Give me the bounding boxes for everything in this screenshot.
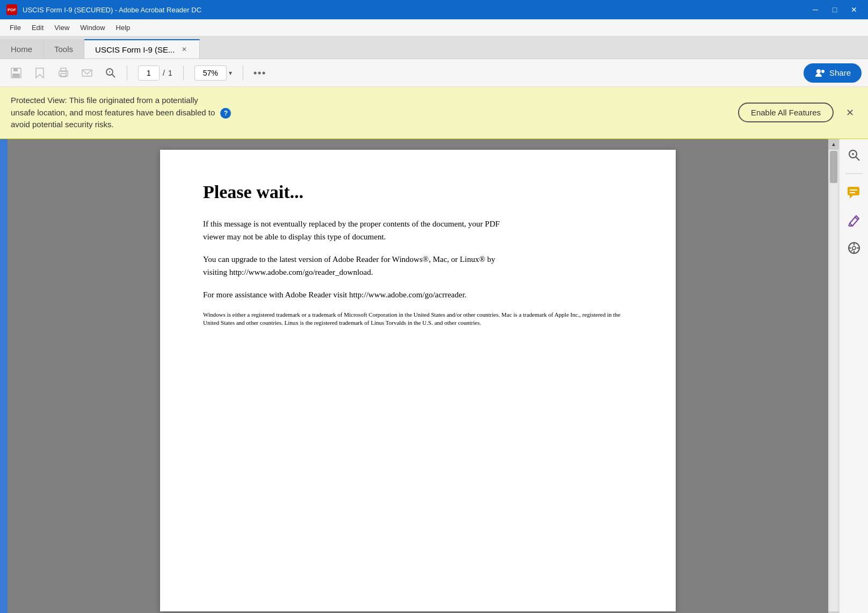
right-sidebar [839,139,868,614]
zoom-dropdown-button[interactable]: ▾ [229,69,232,77]
banner-close-button[interactable]: ✕ [842,105,857,120]
menu-window[interactable]: Window [75,21,110,34]
tab-bar: Home Tools USCIS Form I-9 (SE... ✕ [0,37,868,59]
page-total: 1 [168,69,172,77]
svg-marker-25 [850,195,853,199]
enable-all-features-button[interactable]: Enable All Features [738,103,834,122]
svg-point-36 [852,246,856,250]
maximize-button[interactable]: □ [827,4,842,15]
info-icon[interactable]: ? [220,108,231,119]
svg-point-7 [66,72,67,73]
tab-home[interactable]: Home [0,39,44,59]
pdf-heading: Please wait... [203,182,633,202]
sidebar-edit-icon[interactable] [844,210,864,230]
sidebar-separator [845,173,863,174]
svg-rect-2 [12,74,20,77]
pdf-para-2: You can upgrade to the latest version of… [203,253,633,279]
toolbar-separator [127,65,127,81]
menu-file[interactable]: File [4,21,26,34]
close-button[interactable]: ✕ [847,4,862,15]
toolbar-separator-2 [183,65,184,81]
more-options-button[interactable] [250,63,269,83]
minimize-button[interactable]: ─ [808,4,823,15]
page-navigation: / 1 [138,65,172,81]
svg-point-15 [258,71,261,74]
toolbar-separator-3 [243,65,243,81]
pdf-body: If this message is not eventually replac… [203,217,633,327]
app-icon: PDF [6,4,17,15]
protected-view-text: Protected View: This file originated fro… [11,94,729,131]
share-label: Share [829,68,851,77]
menu-bar: File Edit View Window Help [0,19,868,37]
window-controls: ─ □ ✕ [808,4,862,15]
scroll-down-button[interactable]: ▼ [828,611,839,614]
svg-line-21 [856,157,859,160]
share-button[interactable]: + Share [804,63,862,83]
scroll-track[interactable] [830,150,837,611]
print-button[interactable] [54,63,73,83]
svg-point-17 [816,69,821,74]
pdf-para-4: Windows is either a registered trademark… [203,311,633,327]
tab-document[interactable]: USCIS Form I-9 (SE... ✕ [84,39,200,59]
toolbar: / 1 ▾ + Share [0,59,868,87]
menu-help[interactable]: Help [111,21,136,34]
svg-rect-1 [13,68,18,71]
title-bar: PDF USCIS Form I-9 (SECURED) - Adobe Acr… [0,0,868,19]
page-number-input[interactable] [138,65,160,81]
save-button[interactable] [6,63,26,83]
svg-line-10 [112,74,115,77]
pdf-page: Please wait... If this message is not ev… [160,150,676,611]
left-accent-panel [0,139,8,614]
svg-point-16 [262,71,265,74]
svg-marker-3 [36,68,44,78]
scrollbar[interactable]: ▲ ▼ [828,139,839,614]
bookmark-button[interactable] [30,63,49,83]
pdf-viewport[interactable]: Please wait... If this message is not ev… [8,139,828,614]
svg-text:+: + [821,69,824,74]
svg-rect-24 [848,187,859,195]
page-separator: / [163,69,165,77]
protected-view-banner: Protected View: This file originated fro… [0,87,868,139]
sidebar-tools-icon[interactable] [844,238,864,258]
email-button[interactable] [77,63,97,83]
tab-tools[interactable]: Tools [44,39,84,59]
menu-edit[interactable]: Edit [26,21,49,34]
menu-view[interactable]: View [49,21,75,34]
zoom-input[interactable] [194,65,227,81]
zoom-control: ▾ [194,65,232,81]
tab-close-button[interactable]: ✕ [180,45,189,54]
sidebar-comment-icon[interactable] [844,183,864,202]
main-area: Please wait... If this message is not ev… [0,139,868,614]
pdf-para-3: For more assistance with Adobe Reader vi… [203,288,633,301]
pdf-para-1: If this message is not eventually replac… [203,217,633,243]
title-bar-left: PDF USCIS Form I-9 (SECURED) - Adobe Acr… [6,4,201,15]
scroll-thumb[interactable] [830,151,837,183]
window-title: USCIS Form I-9 (SECURED) - Adobe Acrobat… [23,6,201,14]
sidebar-search-icon[interactable] [844,145,864,165]
search-button[interactable] [101,63,120,83]
scroll-up-button[interactable]: ▲ [828,139,839,150]
svg-point-14 [254,71,256,74]
svg-line-37 [851,250,853,251]
